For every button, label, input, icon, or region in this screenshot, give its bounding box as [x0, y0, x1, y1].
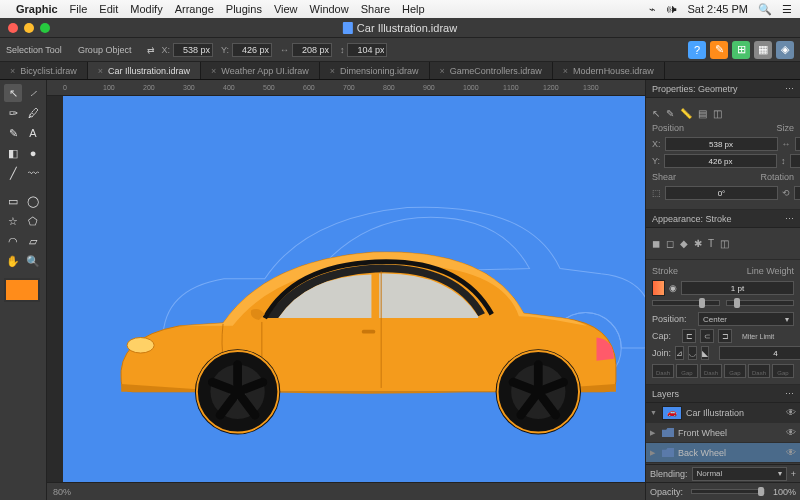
tool-skew[interactable]: ▱: [24, 232, 42, 250]
traffic-max[interactable]: [40, 23, 50, 33]
miter-limit[interactable]: [719, 346, 800, 360]
tool-brush[interactable]: 🖊: [24, 104, 42, 122]
right-panel: Properties: Geometry⋯ ↖ ✎ 📏 ▤ ◫ Position…: [645, 80, 800, 500]
more-app-icon[interactable]: ◫: [720, 238, 729, 249]
tool-line[interactable]: ╱: [4, 164, 22, 182]
menu-file[interactable]: File: [70, 3, 88, 15]
selected-object: Group Object: [78, 45, 132, 55]
join-miter[interactable]: ⊿: [675, 346, 684, 360]
toolbar-y[interactable]: [232, 43, 272, 57]
prop-w[interactable]: [795, 137, 800, 151]
menu-edit[interactable]: Edit: [99, 3, 118, 15]
tab-dimensioning[interactable]: ×Dimensioning.idraw: [320, 62, 430, 79]
cap-round[interactable]: ⊂: [700, 329, 714, 343]
geom-ruler-icon[interactable]: 📏: [680, 108, 692, 119]
tool-text[interactable]: A: [24, 124, 42, 142]
brush-button[interactable]: ✎: [710, 41, 728, 59]
tool-hand[interactable]: ✋: [4, 252, 22, 270]
shadow-icon[interactable]: ◆: [680, 238, 688, 249]
menu-plugins[interactable]: Plugins: [226, 3, 262, 15]
menu-app[interactable]: Graphic: [16, 3, 58, 15]
tab-car[interactable]: ×Car Illustration.idraw: [88, 62, 201, 79]
fx-icon[interactable]: ✱: [694, 238, 702, 249]
menu-share[interactable]: Share: [361, 3, 390, 15]
stroke-toggle[interactable]: ◉: [669, 283, 677, 293]
tool-select[interactable]: ↖: [4, 84, 22, 102]
opacity-slider[interactable]: [652, 300, 720, 306]
weight-slider[interactable]: [726, 300, 794, 306]
tab-game[interactable]: ×GameControllers.idraw: [430, 62, 553, 79]
tool-erase[interactable]: ◧: [4, 144, 22, 162]
geom-page-icon[interactable]: ▤: [698, 108, 707, 119]
blending-mode[interactable]: Normal▾: [692, 467, 787, 481]
tool-shape[interactable]: ●: [24, 144, 42, 162]
toolbar-h[interactable]: [347, 43, 387, 57]
ruler-horizontal: 0100200300400500600700800900100011001200…: [47, 80, 645, 96]
tool-pencil[interactable]: ✎: [4, 124, 22, 142]
join-round[interactable]: ◡: [688, 346, 697, 360]
opacity-value: 100%: [773, 487, 796, 497]
prop-shear[interactable]: [665, 186, 778, 200]
tool-arc[interactable]: ◠: [4, 232, 22, 250]
join-bevel[interactable]: ◣: [701, 346, 709, 360]
layer-back-wheel[interactable]: ▶Back Wheel👁: [646, 443, 800, 463]
menu-modify[interactable]: Modify: [130, 3, 162, 15]
panel-menu-icon[interactable]: ⋯: [785, 84, 794, 94]
tool-pen[interactable]: ✑: [4, 104, 22, 122]
layer-front-wheel[interactable]: ▶Front Wheel👁: [646, 423, 800, 443]
layer-root[interactable]: ▼🚗Car Illustration👁: [646, 403, 800, 423]
tool-poly[interactable]: ⬠: [24, 212, 42, 230]
zoom-level[interactable]: 80%: [53, 487, 71, 497]
ruler-button[interactable]: ▦: [754, 41, 772, 59]
notif-icon[interactable]: ☰: [782, 3, 792, 16]
menu-window[interactable]: Window: [310, 3, 349, 15]
add-layer-icon[interactable]: +: [791, 469, 796, 479]
tool-zoom[interactable]: 🔍: [24, 252, 42, 270]
cap-sq[interactable]: ⊐: [718, 329, 732, 343]
menu-arrange[interactable]: Arrange: [175, 3, 214, 15]
help-button[interactable]: ?: [688, 41, 706, 59]
stroke-icon[interactable]: ◻: [666, 238, 674, 249]
layer-opacity-slider[interactable]: [691, 489, 765, 494]
svg-rect-4: [362, 330, 376, 334]
tool-direct[interactable]: ⟋: [24, 84, 42, 102]
tool-star[interactable]: ☆: [4, 212, 22, 230]
toolbar-w[interactable]: [292, 43, 332, 57]
document-tabs: ×Bicyclist.idraw ×Car Illustration.idraw…: [0, 62, 800, 80]
line-weight[interactable]: [681, 281, 794, 295]
menu-help[interactable]: Help: [402, 3, 425, 15]
prop-x[interactable]: [665, 137, 778, 151]
canvas[interactable]: [63, 96, 645, 482]
swap-icon[interactable]: ⇄: [147, 45, 155, 55]
stroke-color[interactable]: [652, 280, 665, 296]
volume-icon[interactable]: 🕪: [666, 3, 677, 15]
tab-house[interactable]: ×ModernHouse.idraw: [553, 62, 665, 79]
prop-h[interactable]: [790, 154, 800, 168]
traffic-min[interactable]: [24, 23, 34, 33]
toolbar-x[interactable]: [173, 43, 213, 57]
tool-curve[interactable]: 〰: [24, 164, 42, 182]
prop-rot[interactable]: [794, 186, 800, 200]
fill-icon[interactable]: ◼: [652, 238, 660, 249]
geom-pencil-icon[interactable]: ✎: [666, 108, 674, 119]
stroke-position[interactable]: Center▾: [698, 312, 794, 326]
tab-weather[interactable]: ×Weather App UI.idraw: [201, 62, 320, 79]
eye-icon[interactable]: 👁: [786, 407, 796, 418]
menu-view[interactable]: View: [274, 3, 298, 15]
cap-butt[interactable]: ⊏: [682, 329, 696, 343]
grid-button[interactable]: ⊞: [732, 41, 750, 59]
tool-ellipse[interactable]: ◯: [24, 192, 42, 210]
spotlight-icon[interactable]: 🔍: [758, 3, 772, 16]
wifi-icon[interactable]: ⌁: [649, 3, 656, 16]
fill-swatch[interactable]: [4, 278, 40, 302]
tool-rect[interactable]: ▭: [4, 192, 22, 210]
tab-bicyclist[interactable]: ×Bicyclist.idraw: [0, 62, 88, 79]
canvas-area: 0100200300400500600700800900100011001200…: [47, 80, 645, 500]
prop-y[interactable]: [664, 154, 777, 168]
geom-doc-icon[interactable]: ◫: [713, 108, 722, 119]
macos-menubar: Graphic File Edit Modify Arrange Plugins…: [0, 0, 800, 18]
traffic-close[interactable]: [8, 23, 18, 33]
geom-arrow-icon[interactable]: ↖: [652, 108, 660, 119]
text-app-icon[interactable]: T: [708, 238, 714, 249]
layers-button[interactable]: ◈: [776, 41, 794, 59]
